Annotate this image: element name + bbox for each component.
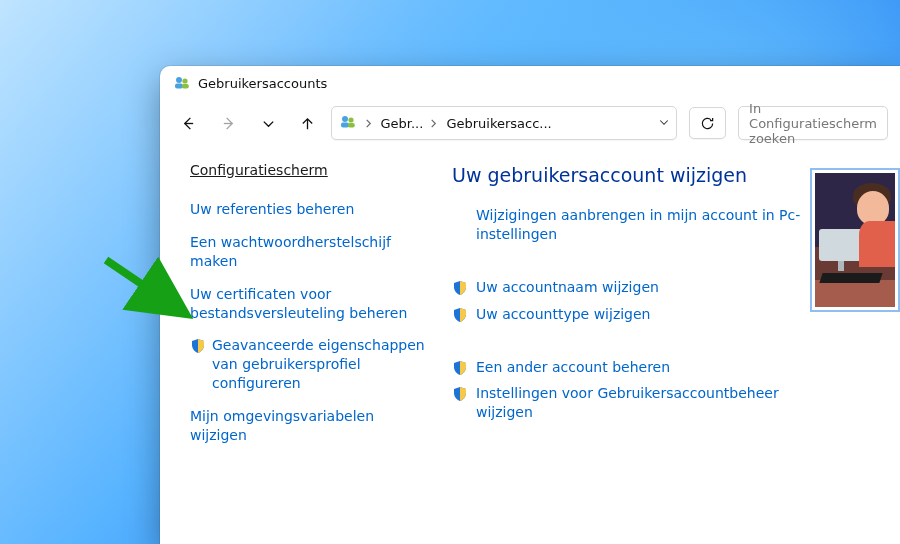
link-uac-settings[interactable]: Instellingen voor Gebruikersaccountbehee… <box>476 384 822 422</box>
svg-rect-3 <box>182 84 189 89</box>
control-panel-window: Gebruikersaccounts Gebr... <box>160 66 900 544</box>
back-button[interactable] <box>172 107 206 139</box>
svg-point-4 <box>342 116 348 122</box>
address-bar[interactable]: Gebr... Gebruikersacc... <box>331 106 677 140</box>
chevron-right-icon <box>429 116 438 131</box>
sidebar-task-password-reset-disk[interactable]: Een wachtwoordherstelschijf maken <box>190 233 430 271</box>
search-placeholder: In Configuratiescherm zoeken <box>749 101 877 146</box>
content-area: Configuratiescherm Uw referenties behere… <box>160 146 900 544</box>
address-dropdown[interactable] <box>658 116 670 131</box>
link-pc-settings-account[interactable]: Wijzigingen aanbrengen in mijn account i… <box>476 206 822 244</box>
chevron-down-icon <box>658 116 670 128</box>
svg-rect-7 <box>347 123 354 128</box>
refresh-button[interactable] <box>689 107 727 139</box>
arrow-left-icon <box>181 116 196 131</box>
search-input[interactable]: In Configuratiescherm zoeken <box>738 106 888 140</box>
sidebar-task-certificates[interactable]: Uw certificaten voor bestandsversleuteli… <box>190 285 430 323</box>
user-accounts-icon <box>340 114 356 133</box>
svg-point-2 <box>182 78 187 83</box>
sidebar-task-environment-vars[interactable]: Mijn omgevingsvariabelen wijzigen <box>190 407 430 445</box>
shield-icon <box>452 307 468 323</box>
annotation-arrow-icon <box>100 252 210 332</box>
svg-point-0 <box>176 77 182 83</box>
svg-line-8 <box>106 260 180 310</box>
sidebar-task-advanced-profile[interactable]: Geavanceerde eigenschappen van gebruiker… <box>212 336 430 393</box>
forward-button[interactable] <box>212 107 246 139</box>
shield-icon <box>452 280 468 296</box>
link-change-account-type[interactable]: Uw accounttype wijzigen <box>476 305 651 324</box>
recent-locations-button[interactable] <box>251 107 285 139</box>
chevron-right-icon <box>364 116 373 131</box>
sidebar-task-credentials[interactable]: Uw referenties beheren <box>190 200 430 219</box>
user-accounts-icon <box>174 75 190 91</box>
control-panel-home-link[interactable]: Configuratiescherm <box>190 162 430 178</box>
sidebar: Configuratiescherm Uw referenties behere… <box>160 146 444 544</box>
shield-icon <box>452 360 468 376</box>
title-bar[interactable]: Gebruikersaccounts <box>160 66 900 100</box>
chevron-down-icon <box>261 116 276 131</box>
svg-rect-5 <box>341 122 349 127</box>
refresh-icon <box>700 116 715 131</box>
toolbar: Gebr... Gebruikersacc... In Configuratie… <box>160 100 900 146</box>
link-change-account-name[interactable]: Uw accountnaam wijzigen <box>476 278 659 297</box>
breadcrumb-item[interactable]: Gebr... <box>381 116 439 131</box>
arrow-right-icon <box>221 116 236 131</box>
shield-icon <box>452 386 468 402</box>
arrow-up-icon <box>300 116 315 131</box>
account-picture[interactable] <box>810 168 900 312</box>
link-manage-other-account[interactable]: Een ander account beheren <box>476 358 670 377</box>
main-panel: Uw gebruikersaccount wijzigen Wijziginge… <box>444 146 900 544</box>
shield-icon <box>190 338 206 354</box>
breadcrumb-item[interactable]: Gebruikersacc... <box>446 116 551 131</box>
window-title: Gebruikersaccounts <box>198 76 327 91</box>
up-button[interactable] <box>291 107 325 139</box>
svg-point-6 <box>348 117 353 122</box>
account-picture-image <box>815 173 895 307</box>
